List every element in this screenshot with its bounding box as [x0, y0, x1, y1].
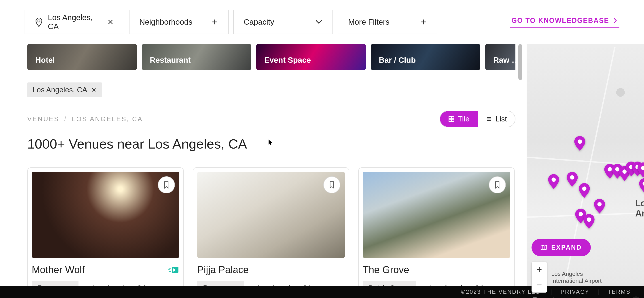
- svg-rect-3: [449, 119, 451, 121]
- footer-copyright: ©2023 THE VENDRY LLC.: [461, 288, 542, 295]
- bookmark-button[interactable]: [158, 176, 175, 193]
- category-raw[interactable]: Raw …: [485, 44, 516, 70]
- svg-rect-4: [452, 119, 454, 121]
- plus-icon: [211, 18, 218, 26]
- applied-location-tag[interactable]: Los Angeles, CA: [27, 82, 102, 97]
- list-icon: [486, 116, 492, 122]
- svg-point-20: [587, 217, 591, 222]
- category-strip: Hotel Restaurant Event Space Bar / Club …: [27, 44, 516, 70]
- plus-icon: [420, 18, 427, 26]
- breadcrumb: VENUES / LOS ANGELES, CA: [27, 115, 143, 123]
- map-pin[interactable]: [548, 174, 560, 189]
- pin-icon: [251, 285, 256, 286]
- venue-grid: Mother Wolf Restaurant: [27, 167, 516, 286]
- scrollbar-thumb[interactable]: [518, 44, 522, 80]
- venue-type-chip: Restaurant: [197, 281, 244, 286]
- map-pin[interactable]: [637, 163, 644, 177]
- map-pin[interactable]: [594, 199, 605, 214]
- map-pin[interactable]: [566, 172, 578, 187]
- category-hotel[interactable]: Hotel: [27, 44, 137, 70]
- svg-point-19: [579, 212, 583, 216]
- svg-point-26: [532, 297, 538, 298]
- category-label: Bar / Club: [379, 56, 416, 65]
- venue-name: The Grove: [363, 264, 409, 275]
- map-expand-button[interactable]: EXPAND: [532, 239, 591, 256]
- more-filters[interactable]: More Filters: [338, 10, 438, 34]
- venue-image: [197, 172, 345, 258]
- svg-point-11: [608, 167, 612, 171]
- clear-location-icon[interactable]: [107, 19, 114, 25]
- list-label: List: [496, 115, 507, 123]
- breadcrumb-leaf: LOS ANGELES, CA: [72, 115, 143, 123]
- category-event-space[interactable]: Event Space: [256, 44, 366, 70]
- map-pin[interactable]: [574, 136, 586, 151]
- venue-city: Los Angeles, CA: [430, 284, 484, 286]
- breadcrumb-root[interactable]: VENUES: [27, 115, 59, 123]
- neighborhoods-filter[interactable]: Neighborhoods: [129, 10, 228, 34]
- grid-icon: [448, 116, 455, 122]
- neighborhoods-label: Neighborhoods: [139, 18, 192, 27]
- bookmark-button[interactable]: [489, 176, 506, 193]
- filter-group: Los Angeles, CA Neighborhoods Capacity: [24, 10, 438, 34]
- venue-image: [363, 172, 510, 258]
- capacity-filter[interactable]: Capacity: [234, 10, 333, 34]
- category-label: Hotel: [35, 56, 55, 65]
- zoom-in-button[interactable]: +: [532, 262, 547, 277]
- zoom-out-button[interactable]: −: [532, 277, 547, 292]
- svg-rect-2: [452, 116, 454, 119]
- category-label: Raw …: [493, 56, 516, 65]
- go-to-knowledgebase-link[interactable]: GO TO KNOWLEDGEBASE: [510, 17, 620, 28]
- pin-icon: [35, 17, 43, 27]
- svg-point-18: [598, 202, 602, 206]
- footer: ©2023 THE VENDRY LLC. | PRIVACY | TERMS: [0, 286, 644, 298]
- view-list-button[interactable]: List: [478, 111, 515, 127]
- close-icon[interactable]: [91, 87, 96, 93]
- location-filter[interactable]: Los Angeles, CA: [24, 10, 124, 34]
- map-pin[interactable]: [639, 178, 644, 193]
- footer-terms-link[interactable]: TERMS: [608, 288, 631, 295]
- pin-icon: [85, 285, 90, 286]
- location-value: Los Angeles, CA: [48, 13, 101, 31]
- bookmark-button[interactable]: [323, 176, 340, 193]
- svg-point-6: [578, 139, 582, 144]
- kb-link-label: GO TO KNOWLEDGEBASE: [512, 17, 609, 25]
- category-label: Restaurant: [150, 56, 191, 65]
- chevron-right-icon: [613, 18, 618, 24]
- svg-rect-1: [449, 116, 451, 119]
- mapbox-attribution[interactable]: mapbox: [532, 296, 563, 298]
- svg-point-10: [582, 186, 586, 191]
- venue-card[interactable]: Pijja Palace Restaurant Los Angeles, CA: [193, 167, 349, 286]
- venue-city: Los Angeles, CA: [92, 284, 147, 286]
- map-pin[interactable]: [583, 214, 595, 229]
- map-city-label: Los Angeles: [635, 198, 644, 218]
- fast-response-icon: [167, 265, 179, 274]
- expand-label: EXPAND: [551, 244, 582, 251]
- view-toggle: Tile List: [440, 111, 516, 127]
- venue-image: [32, 172, 179, 258]
- category-bar-club[interactable]: Bar / Club: [371, 44, 480, 70]
- page-heading: 1000+ Venues near Los Angeles, CA: [27, 136, 516, 152]
- svg-point-9: [570, 175, 574, 180]
- svg-point-8: [552, 178, 556, 182]
- venue-type-chip: Restaurant: [32, 281, 78, 286]
- venue-name: Mother Wolf: [32, 264, 84, 275]
- venue-card[interactable]: Mother Wolf Restaurant: [27, 167, 184, 286]
- map-icon: [540, 245, 547, 250]
- map-airport-label: Los Angeles International Airport: [551, 270, 602, 284]
- footer-privacy-link[interactable]: PRIVACY: [560, 288, 590, 295]
- venue-type-chip: Public Space: [363, 281, 416, 286]
- map-pin[interactable]: [578, 183, 590, 198]
- tile-label: Tile: [458, 115, 470, 123]
- tag-label: Los Angeles, CA: [33, 86, 87, 94]
- venue-city: Los Angeles, CA: [258, 284, 312, 286]
- capacity-label: Capacity: [244, 18, 274, 27]
- venue-name: Pijja Palace: [197, 264, 249, 275]
- category-restaurant[interactable]: Restaurant: [142, 44, 251, 70]
- view-tile-button[interactable]: Tile: [440, 111, 478, 127]
- map-panel[interactable]: Los Angeles Los Angeles International Ai…: [526, 44, 644, 286]
- svg-point-0: [38, 20, 40, 22]
- chevron-down-icon: [315, 19, 323, 25]
- venue-card[interactable]: The Grove Public Space Los Angeles, CA: [358, 167, 515, 286]
- map-zoom-control: + −: [532, 262, 547, 293]
- filter-bar: Los Angeles, CA Neighborhoods Capacity: [0, 0, 644, 44]
